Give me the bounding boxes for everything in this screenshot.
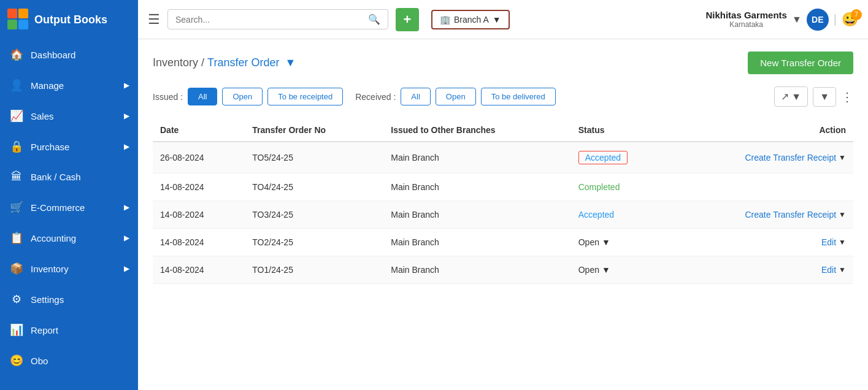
user-dropdown-icon[interactable]: ▼ <box>792 14 802 25</box>
accounting-icon: 📋 <box>10 231 23 245</box>
search-icon[interactable]: 🔍 <box>368 13 380 25</box>
action-dropdown-icon[interactable]: ▼ <box>839 153 846 162</box>
new-transfer-order-button[interactable]: New Transfer Order <box>748 52 853 74</box>
cell-date: 14-08-2024 <box>153 174 245 201</box>
svg-rect-2 <box>7 20 17 29</box>
page-header: Inventory / Transfer Order ▼ New Transfe… <box>153 52 853 74</box>
notification-bell[interactable]: 😀 7 <box>842 12 858 28</box>
add-button[interactable]: + <box>396 8 419 31</box>
create-transfer-receipt-button[interactable]: Create Transfer Receipt <box>745 153 836 162</box>
status-dropdown-icon[interactable]: ▼ <box>602 265 610 275</box>
report-icon: 📊 <box>10 323 23 337</box>
sidebar-item-accounting[interactable]: 📋 Accounting ▶ <box>0 223 138 253</box>
received-label: Received : <box>355 92 396 102</box>
issued-all-button[interactable]: All <box>188 88 217 105</box>
sidebar-item-purchase[interactable]: 🔒 Purchase ▶ <box>0 131 138 162</box>
sidebar-item-label: Inventory <box>31 264 69 274</box>
table-header-row: Date Transfer Order No Issued to Other B… <box>153 119 853 142</box>
cell-status: Open▼ <box>571 229 672 256</box>
col-status: Status <box>571 119 672 142</box>
table-row: 26-08-2024TO5/24-25Main BranchAcceptedCr… <box>153 142 853 174</box>
sidebar: Output Books 🏠 Dashboard 👤 Manage ▶ 📈 Sa… <box>0 0 138 390</box>
cell-status: Open▼ <box>571 256 672 284</box>
cell-order-no: TO5/24-25 <box>245 142 383 174</box>
logo-text: Output Books <box>34 13 107 26</box>
obo-icon: 😊 <box>10 354 23 367</box>
logo-icon <box>7 9 29 31</box>
user-state: Karnataka <box>705 20 787 29</box>
purchase-icon: 🔒 <box>10 140 23 153</box>
ecommerce-icon: 🛒 <box>10 201 23 214</box>
received-open-button[interactable]: Open <box>436 88 476 105</box>
branch-icon: 🏢 <box>440 15 450 25</box>
cell-issued-to: Main Branch <box>383 256 570 284</box>
dashboard-icon: 🏠 <box>10 48 23 61</box>
export-button[interactable]: ↗ ▼ <box>774 86 808 107</box>
sidebar-item-ecommerce[interactable]: 🛒 E-Commerce ▶ <box>0 192 138 223</box>
status-badge: Accepted <box>578 151 628 164</box>
sidebar-item-label: Bank / Cash <box>31 172 81 182</box>
edit-button[interactable]: Edit <box>821 237 836 247</box>
sidebar-item-label: E-Commerce <box>31 202 85 213</box>
cell-date: 26-08-2024 <box>153 142 245 174</box>
table-row: 14-08-2024TO3/24-25Main BranchAcceptedCr… <box>153 201 853 229</box>
chevron-right-icon: ▶ <box>124 142 129 151</box>
edit-button[interactable]: Edit <box>821 265 836 275</box>
hamburger-button[interactable]: ☰ <box>148 12 160 28</box>
received-to-be-delivered-button[interactable]: To be delivered <box>481 88 556 105</box>
cell-date: 14-08-2024 <box>153 256 245 284</box>
svg-rect-1 <box>18 9 28 18</box>
table-row: 14-08-2024TO1/24-25Main BranchOpen▼Edit▼ <box>153 256 853 284</box>
sidebar-item-obo[interactable]: 😊 Obo <box>0 345 138 376</box>
sidebar-item-label: Settings <box>31 294 64 305</box>
sidebar-item-report[interactable]: 📊 Report <box>0 315 138 345</box>
notification-badge: 7 <box>851 9 862 20</box>
sidebar-item-dashboard[interactable]: 🏠 Dashboard <box>0 39 138 70</box>
cell-action: Edit▼ <box>672 256 853 284</box>
action-dropdown-icon[interactable]: ▼ <box>839 266 846 274</box>
cell-action: Create Transfer Receipt▼ <box>672 201 853 229</box>
cell-action <box>672 174 853 201</box>
branch-selector[interactable]: 🏢 Branch A ▼ <box>431 10 510 29</box>
sidebar-item-label: Report <box>31 325 58 335</box>
sidebar-item-label: Sales <box>31 111 54 121</box>
action-dropdown-icon[interactable]: ▼ <box>839 210 846 219</box>
sidebar-item-label: Manage <box>31 80 64 91</box>
status-dropdown-icon[interactable]: ▼ <box>602 237 610 247</box>
cell-order-no: TO3/24-25 <box>245 201 383 229</box>
breadcrumb-current[interactable]: Transfer Order <box>207 56 279 69</box>
search-input[interactable] <box>175 15 363 25</box>
user-name: Nikhitas Garments <box>705 10 787 20</box>
breadcrumb: Inventory / Transfer Order ▼ <box>153 56 296 69</box>
create-transfer-receipt-button[interactable]: Create Transfer Receipt <box>745 210 836 220</box>
page-content: Inventory / Transfer Order ▼ New Transfe… <box>138 39 868 390</box>
action-dropdown-icon[interactable]: ▼ <box>839 238 846 247</box>
col-date: Date <box>153 119 245 142</box>
sidebar-item-label: Obo <box>31 356 48 366</box>
cell-status: Accepted <box>571 201 672 229</box>
issued-filter-group: Issued : All Open To be receipted <box>153 88 343 105</box>
sidebar-item-bank-cash[interactable]: 🏛 Bank / Cash <box>0 162 138 192</box>
received-all-button[interactable]: All <box>401 88 430 105</box>
main-content: ☰ 🔍 + 🏢 Branch A ▼ Nikhitas Garments Kar… <box>138 0 868 390</box>
chevron-right-icon: ▶ <box>124 81 129 90</box>
filter-button[interactable]: ▼ <box>813 87 836 107</box>
sidebar-item-settings[interactable]: ⚙ Settings <box>0 284 138 315</box>
issued-open-button[interactable]: Open <box>222 88 263 105</box>
filter-actions: ↗ ▼ ▼ ⋮ <box>774 86 853 107</box>
cell-status: Completed <box>571 174 672 201</box>
svg-rect-0 <box>7 9 17 18</box>
sidebar-item-manage[interactable]: 👤 Manage ▶ <box>0 70 138 101</box>
logo[interactable]: Output Books <box>0 0 138 39</box>
chevron-right-icon: ▶ <box>124 203 129 212</box>
sidebar-item-label: Accounting <box>31 233 76 243</box>
sidebar-item-inventory[interactable]: 📦 Inventory ▶ <box>0 253 138 284</box>
chevron-right-icon: ▶ <box>124 112 129 120</box>
sidebar-item-sales[interactable]: 📈 Sales ▶ <box>0 101 138 131</box>
breadcrumb-caret[interactable]: ▼ <box>285 56 296 69</box>
avatar[interactable]: DE <box>807 9 829 31</box>
kebab-menu-button[interactable]: ⋮ <box>841 90 853 104</box>
svg-rect-3 <box>18 20 28 29</box>
issued-to-be-receipted-button[interactable]: To be receipted <box>267 88 343 105</box>
col-order-no: Transfer Order No <box>245 119 383 142</box>
